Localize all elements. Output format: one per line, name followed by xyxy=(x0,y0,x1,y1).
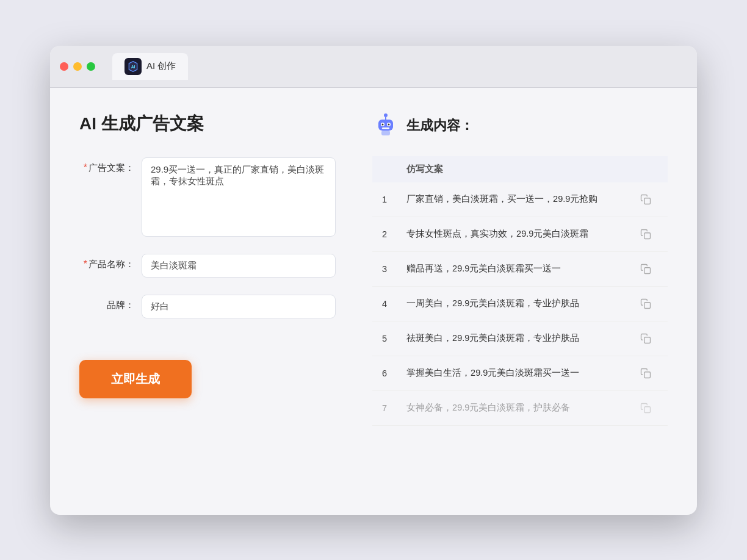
table-row: 5 祛斑美白，29.9元美白淡斑霜，专业护肤品 xyxy=(372,321,668,356)
product-required: * xyxy=(84,259,87,270)
table-row: 2 专抹女性斑点，真实功效，29.9元美白淡斑霜 xyxy=(372,217,668,251)
copy-action[interactable] xyxy=(627,251,668,286)
ad-copy-required: * xyxy=(84,162,87,173)
col-num xyxy=(372,156,397,182)
row-text: 赠品再送，29.9元美白淡斑霜买一送一 xyxy=(397,251,627,286)
ai-tab[interactable]: AI AI 创作 xyxy=(112,53,188,80)
row-number: 4 xyxy=(372,286,397,321)
brand-label: 品牌： xyxy=(79,295,134,311)
product-name-group: * 产品名称： xyxy=(79,254,336,278)
svg-rect-13 xyxy=(644,267,651,273)
copy-action[interactable] xyxy=(627,356,668,390)
ad-copy-label-text: 广告文案： xyxy=(88,162,134,174)
row-text: 专抹女性斑点，真实功效，29.9元美白淡斑霜 xyxy=(397,217,627,251)
svg-rect-17 xyxy=(644,406,651,412)
copy-icon[interactable] xyxy=(637,295,654,312)
copy-action[interactable] xyxy=(627,321,668,356)
ad-copy-label: * 广告文案： xyxy=(79,157,134,174)
right-title: 生成内容： xyxy=(406,117,474,135)
close-button[interactable] xyxy=(60,62,68,71)
results-table: 仿写文案 1 厂家直销，美白淡斑霜，买一送一，29.9元抢购 2 专抹女性斑点， xyxy=(372,156,668,426)
copy-action[interactable] xyxy=(627,286,668,321)
copy-icon[interactable] xyxy=(637,330,654,347)
row-number: 7 xyxy=(372,390,397,425)
ad-copy-input[interactable]: 29.9买一送一，真正的厂家直销，美白淡斑霜，专抹女性斑点 xyxy=(142,157,336,237)
row-number: 6 xyxy=(372,356,397,390)
table-row: 3 赠品再送，29.9元美白淡斑霜买一送一 xyxy=(372,251,668,286)
product-label: * 产品名称： xyxy=(79,254,134,270)
main-content: AI 生成广告文案 * 广告文案： 29.9买一送一，真正的厂家直销，美白淡斑霜… xyxy=(50,88,697,515)
col-action xyxy=(627,156,668,182)
row-text: 女神必备，29.9元美白淡斑霜，护肤必备 xyxy=(397,390,627,425)
ai-tab-icon: AI xyxy=(125,58,142,75)
copy-icon[interactable] xyxy=(637,400,654,417)
svg-text:AI: AI xyxy=(131,65,135,69)
svg-rect-11 xyxy=(644,198,651,204)
left-panel: AI 生成广告文案 * 广告文案： 29.9买一送一，真正的厂家直销，美白淡斑霜… xyxy=(79,112,336,490)
browser-window: AI AI 创作 AI 生成广告文案 * 广告文案： 29.9买一送一，真正的厂… xyxy=(50,46,697,515)
row-text: 祛斑美白，29.9元美白淡斑霜，专业护肤品 xyxy=(397,321,627,356)
table-row: 6 掌握美白生活，29.9元美白淡斑霜买一送一 xyxy=(372,356,668,390)
svg-point-7 xyxy=(382,123,384,125)
copy-icon[interactable] xyxy=(637,260,654,278)
row-text: 厂家直销，美白淡斑霜，买一送一，29.9元抢购 xyxy=(397,182,627,217)
col-copy: 仿写文案 xyxy=(397,156,627,182)
results-body: 1 厂家直销，美白淡斑霜，买一送一，29.9元抢购 2 专抹女性斑点，真实功效，… xyxy=(372,182,668,426)
robot-icon xyxy=(372,112,399,139)
row-text: 一周美白，29.9元美白淡斑霜，专业护肤品 xyxy=(397,286,627,321)
row-number: 2 xyxy=(372,217,397,251)
right-panel: 生成内容： 仿写文案 1 厂家直销，美白淡斑霜，买一送一，29.9元抢购 xyxy=(372,112,668,490)
table-row: 4 一周美白，29.9元美白淡斑霜，专业护肤品 xyxy=(372,286,668,321)
product-input[interactable] xyxy=(142,254,336,278)
title-bar: AI AI 创作 xyxy=(50,46,697,88)
copy-action[interactable] xyxy=(627,217,668,251)
row-number: 5 xyxy=(372,321,397,356)
svg-rect-10 xyxy=(381,131,390,135)
svg-point-8 xyxy=(388,123,390,125)
copy-icon[interactable] xyxy=(637,191,654,208)
traffic-lights xyxy=(60,62,95,71)
page-title: AI 生成广告文案 xyxy=(79,112,336,135)
table-row: 7 女神必备，29.9元美白淡斑霜，护肤必备 xyxy=(372,390,668,425)
brand-group: 品牌： xyxy=(79,295,336,318)
brand-input[interactable] xyxy=(142,295,336,318)
minimize-button[interactable] xyxy=(73,62,82,71)
svg-rect-16 xyxy=(644,372,651,378)
table-row: 1 厂家直销，美白淡斑霜，买一送一，29.9元抢购 xyxy=(372,182,668,217)
svg-rect-9 xyxy=(382,127,389,129)
copy-icon[interactable] xyxy=(637,365,654,382)
product-label-text: 产品名称： xyxy=(88,259,134,270)
svg-rect-15 xyxy=(644,337,651,343)
svg-rect-14 xyxy=(644,302,651,308)
ai-tab-label: AI 创作 xyxy=(146,60,176,72)
copy-icon[interactable] xyxy=(637,226,654,243)
svg-rect-12 xyxy=(644,232,651,239)
row-text: 掌握美白生活，29.9元美白淡斑霜买一送一 xyxy=(397,356,627,390)
copy-action[interactable] xyxy=(627,390,668,425)
svg-point-2 xyxy=(384,113,388,117)
maximize-button[interactable] xyxy=(87,62,95,71)
generate-button[interactable]: 立即生成 xyxy=(79,360,192,398)
row-number: 3 xyxy=(372,251,397,286)
ad-copy-group: * 广告文案： 29.9买一送一，真正的厂家直销，美白淡斑霜，专抹女性斑点 xyxy=(79,157,336,237)
row-number: 1 xyxy=(372,182,397,217)
right-header: 生成内容： xyxy=(372,112,668,139)
copy-action[interactable] xyxy=(627,182,668,217)
brand-label-text: 品牌： xyxy=(107,300,134,311)
table-header: 仿写文案 xyxy=(372,156,668,182)
